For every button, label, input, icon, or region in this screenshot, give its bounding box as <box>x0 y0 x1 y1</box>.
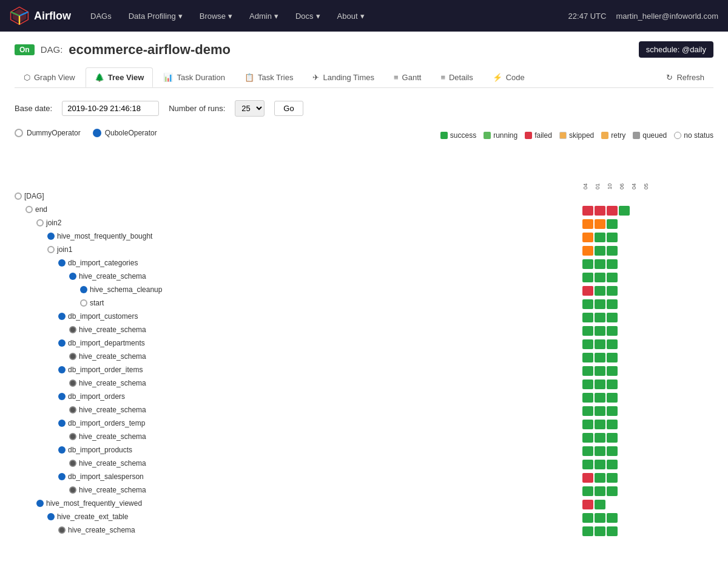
nav-admin[interactable]: Admin ▾ <box>242 8 286 24</box>
tab-tree-view[interactable]: 🌲 Tree View <box>86 67 153 87</box>
status-box[interactable] <box>607 446 618 456</box>
status-box[interactable] <box>582 379 593 389</box>
status-box[interactable] <box>582 326 593 336</box>
status-box[interactable] <box>582 299 593 309</box>
status-box[interactable] <box>607 460 618 469</box>
status-box[interactable] <box>595 446 605 456</box>
status-box[interactable] <box>582 406 593 416</box>
status-box[interactable] <box>607 219 618 229</box>
tree-row[interactable]: [DAG] <box>15 189 580 203</box>
status-box[interactable] <box>582 273 593 282</box>
status-box[interactable] <box>607 526 618 536</box>
status-box[interactable] <box>582 206 593 216</box>
nav-about[interactable]: About ▾ <box>330 8 372 24</box>
status-box[interactable] <box>595 206 605 216</box>
status-box[interactable] <box>582 219 593 229</box>
status-box[interactable] <box>607 420 618 429</box>
status-box[interactable] <box>595 393 605 403</box>
tree-row[interactable]: end <box>15 203 580 216</box>
status-box[interactable] <box>595 473 605 483</box>
nav-dags[interactable]: DAGs <box>83 8 119 24</box>
status-box[interactable] <box>582 526 593 536</box>
tree-row[interactable]: hive_create_schema <box>15 457 580 470</box>
tree-row[interactable]: hive_create_schema <box>15 323 580 336</box>
status-box[interactable] <box>582 366 593 376</box>
status-box[interactable] <box>595 273 605 282</box>
status-box[interactable] <box>607 326 618 336</box>
status-box[interactable] <box>607 366 618 376</box>
tree-row[interactable]: db_import_departments <box>15 336 580 350</box>
status-box[interactable] <box>595 460 605 469</box>
go-button[interactable]: Go <box>274 101 303 116</box>
status-box[interactable] <box>607 206 618 216</box>
status-box[interactable] <box>595 313 605 322</box>
status-box[interactable] <box>595 286 605 296</box>
tree-row[interactable]: join1 <box>15 243 580 256</box>
status-box[interactable] <box>595 366 605 376</box>
status-box[interactable] <box>595 299 605 309</box>
tree-row[interactable]: hive_create_schema <box>15 350 580 363</box>
status-box[interactable] <box>607 433 618 443</box>
tab-graph-view[interactable]: ⬡ Graph View <box>15 67 84 87</box>
tab-task-tries[interactable]: 📋 Task Tries <box>235 67 303 87</box>
tab-code[interactable]: ⚡ Code <box>484 67 534 87</box>
tree-row[interactable]: hive_create_schema <box>15 523 580 537</box>
status-box[interactable] <box>595 433 605 443</box>
status-box[interactable] <box>607 233 618 242</box>
status-box[interactable] <box>607 406 618 416</box>
status-box[interactable] <box>607 353 618 362</box>
status-box[interactable] <box>595 353 605 362</box>
tab-details[interactable]: ≡ Details <box>431 67 482 87</box>
tree-row[interactable]: db_import_products <box>15 443 580 457</box>
tree-row[interactable]: hive_create_schema <box>15 430 580 443</box>
status-box[interactable] <box>607 246 618 256</box>
status-box[interactable] <box>582 433 593 443</box>
status-box[interactable] <box>582 259 593 269</box>
tree-row[interactable]: db_import_categories <box>15 256 580 270</box>
status-box[interactable] <box>582 446 593 456</box>
tree-row[interactable]: db_import_orders_temp <box>15 417 580 430</box>
status-box[interactable] <box>582 473 593 483</box>
status-box[interactable] <box>595 339 605 349</box>
status-box[interactable] <box>607 379 618 389</box>
status-box[interactable] <box>595 246 605 256</box>
status-box[interactable] <box>582 460 593 469</box>
status-box[interactable] <box>595 379 605 389</box>
status-box[interactable] <box>619 206 630 216</box>
status-box[interactable] <box>607 259 618 269</box>
tree-row[interactable]: hive_create_schema <box>15 270 580 283</box>
tree-row[interactable]: db_import_customers <box>15 310 580 323</box>
tree-row[interactable]: hive_schema_cleanup <box>15 283 580 296</box>
status-box[interactable] <box>582 353 593 362</box>
status-box[interactable] <box>582 420 593 429</box>
status-box[interactable] <box>582 286 593 296</box>
status-box[interactable] <box>595 486 605 496</box>
status-box[interactable] <box>607 313 618 322</box>
status-box[interactable] <box>582 486 593 496</box>
tree-row[interactable]: db_import_order_items <box>15 363 580 376</box>
status-box[interactable] <box>595 233 605 242</box>
status-box[interactable] <box>582 339 593 349</box>
status-box[interactable] <box>582 233 593 242</box>
tree-row[interactable]: db_import_salesperson <box>15 470 580 483</box>
status-box[interactable] <box>595 500 605 509</box>
tree-row[interactable]: start <box>15 296 580 310</box>
status-box[interactable] <box>582 393 593 403</box>
tree-row[interactable]: hive_create_schema <box>15 403 580 417</box>
status-box[interactable] <box>607 286 618 296</box>
tree-row[interactable]: join2 <box>15 216 580 230</box>
status-box[interactable] <box>595 526 605 536</box>
status-box[interactable] <box>582 313 593 322</box>
on-badge[interactable]: On <box>15 44 35 55</box>
tab-task-duration[interactable]: 📊 Task Duration <box>154 67 234 87</box>
status-box[interactable] <box>607 513 618 523</box>
status-box[interactable] <box>582 513 593 523</box>
tab-refresh[interactable]: ↻ Refresh <box>657 67 713 87</box>
status-box[interactable] <box>607 273 618 282</box>
status-box[interactable] <box>607 393 618 403</box>
status-box[interactable] <box>607 473 618 483</box>
status-box[interactable] <box>595 326 605 336</box>
tab-landing-times[interactable]: ✈ Landing Times <box>303 67 383 87</box>
status-box[interactable] <box>595 259 605 269</box>
tree-row[interactable]: hive_create_schema <box>15 483 580 497</box>
